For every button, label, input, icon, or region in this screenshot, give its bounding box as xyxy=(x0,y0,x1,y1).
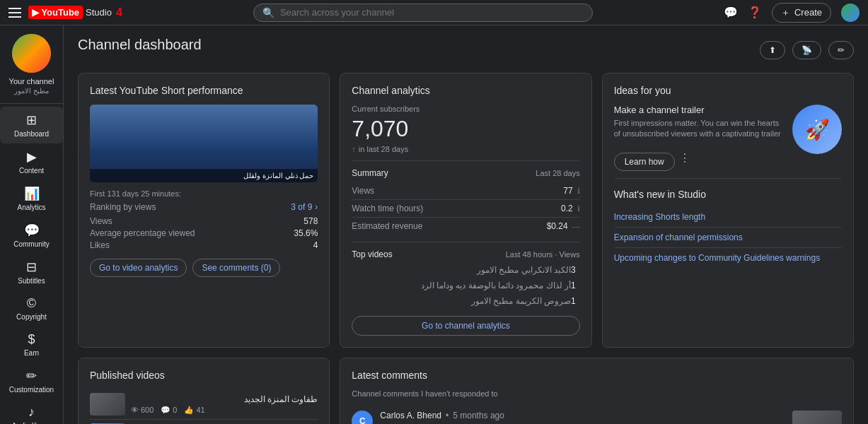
main-content: Channel dashboard ⬆ 📡 ✏ Latest YouTube S… xyxy=(64,0,868,424)
go-to-video-analytics-button[interactable]: Go to video analytics xyxy=(90,259,187,277)
top-video-1-count: 3 xyxy=(571,265,576,275)
sidebar-label-subtitles: Subtitles xyxy=(18,277,45,285)
create-plus-icon: ＋ xyxy=(781,6,790,19)
search-wrap: 🔍 xyxy=(253,4,593,22)
search-input[interactable] xyxy=(280,7,584,18)
sidebar-item-content[interactable]: ▶ Content xyxy=(0,143,63,180)
sidebar-item-audio-library[interactable]: ♪ Audio library xyxy=(0,399,63,424)
comment-1-timestamp: 5 months ago xyxy=(453,411,504,420)
copyright-icon: © xyxy=(27,296,36,311)
metric-views: Views 77 ℹ xyxy=(352,182,579,200)
metric-views-label: Views xyxy=(352,186,374,196)
broadcast-button[interactable]: 📡 xyxy=(792,41,821,59)
comments-icon-1: 💬 xyxy=(161,406,170,415)
views-val-1: 600 xyxy=(141,406,154,414)
audio-icon: ♪ xyxy=(28,405,35,420)
edit-button[interactable]: ✏ xyxy=(828,41,854,59)
upload-button[interactable]: ⬆ xyxy=(760,41,785,59)
subtitles-icon: ⊟ xyxy=(26,259,37,275)
short-avg-row: Average percentage viewed 35.6% xyxy=(90,228,318,238)
whats-new-title: What's new in Studio xyxy=(614,189,842,200)
topbar-left: ▶ YouTube Studio 4 xyxy=(8,6,122,19)
whats-new-section: What's new in Studio Increasing Shorts l… xyxy=(614,189,842,268)
channel-avatar-image xyxy=(12,34,51,73)
see-comments-button[interactable]: See comments (0) xyxy=(192,259,280,277)
comment-1-author-line: Carlos A. Bhend • 5 months ago xyxy=(380,411,785,420)
top-video-2: 1 أر لذاك محمرود دائما بالوصفة ديه وداما… xyxy=(352,278,579,293)
sidebar-label-analytics: Analytics xyxy=(17,204,45,211)
metric-views-info-icon: ℹ xyxy=(577,187,580,196)
channel-analytics-card: Channel analytics Current subscribers 7,… xyxy=(340,73,591,348)
sidebar-item-copyright[interactable]: © Copyright xyxy=(0,290,63,326)
top-video-2-name: أر لذاك محمرود دائما بالوصفة ديه وداما ا… xyxy=(352,281,571,290)
learn-how-button[interactable]: Learn how xyxy=(614,153,675,171)
summary-title: Summary xyxy=(352,168,388,178)
top-video-1: 3 الكبد الانكرابي مطبخ الامور xyxy=(352,262,579,278)
action-buttons: Go to video analytics See comments (0) xyxy=(90,259,318,277)
short-views-row: Views 578 xyxy=(90,216,318,226)
ideas-divider xyxy=(614,178,842,179)
dashboard-icon: ⊞ xyxy=(26,112,37,128)
views-icon-1: 👁 xyxy=(131,406,139,414)
summary-period: Last 28 days xyxy=(536,169,579,177)
likes-icon-1: 👍 xyxy=(184,406,194,415)
comments-subtitle: Channel comments I haven't responded to xyxy=(352,389,842,398)
search-icon: 🔍 xyxy=(262,7,274,18)
avg-pct-val: 35.6% xyxy=(294,228,318,238)
idea-item: Make a channel trailer First impressions… xyxy=(614,105,842,171)
community-icon: 💬 xyxy=(24,223,40,238)
views-label: Views xyxy=(90,216,112,226)
sub-change-text: in last 28 days xyxy=(359,145,408,153)
pub-video-1-stats: 👁 600 💬 0 👍 41 xyxy=(131,406,318,415)
top-video-1-name: الكبد الانكرابي مطبخ الامور xyxy=(352,265,571,275)
sidebar-channel: Your channel مطبخ الامور xyxy=(0,25,63,104)
summary-section: Summary Last 28 days Views 77 ℹ Watch ti… xyxy=(352,168,579,235)
sidebar-item-earn[interactable]: $ Earn xyxy=(0,326,63,363)
more-options-icon[interactable]: ⋮ xyxy=(679,151,690,165)
avg-pct-label: Average percentage viewed xyxy=(90,228,195,238)
short-thumb-text: حمل ذنلي المانزة ولقلل xyxy=(90,169,318,182)
latest-comments-title: Latest comments xyxy=(352,370,842,381)
up-arrow-icon: ↑ xyxy=(352,145,356,153)
news-item-3[interactable]: Upcoming changes to Community Guidelines… xyxy=(614,248,842,268)
short-ranking: Ranking by views 3 of 9 › xyxy=(90,202,318,212)
go-to-channel-analytics-button[interactable]: Go to channel analytics xyxy=(352,316,579,336)
sidebar-item-dashboard[interactable]: ⊞ Dashboard xyxy=(0,107,63,143)
news-item-2[interactable]: Expansion of channel permissions xyxy=(614,228,842,248)
short-likes-row: Likes 4 xyxy=(90,240,318,250)
metric-revenue-label: Estimated revenue xyxy=(352,221,422,231)
create-button[interactable]: ＋ Create xyxy=(772,3,831,23)
channel-avatar[interactable] xyxy=(12,34,51,73)
idea-rocket-icon: 🚀 xyxy=(792,105,842,154)
short-video-thumb[interactable]: حمل ذنلي المانزة ولقلل xyxy=(90,105,318,182)
channel-name: Your channel xyxy=(9,77,54,86)
logo-beta: 4 xyxy=(116,6,122,19)
pub-likes-1: 👍 41 xyxy=(184,406,204,415)
help-icon[interactable]: ❓ xyxy=(748,6,762,19)
top-video-3-name: صروص الكريمة مطبخ الامور xyxy=(352,296,571,306)
sub-change: ↑ in last 28 days xyxy=(352,145,579,153)
hamburger-icon[interactable] xyxy=(8,8,21,18)
comment-1-author: Carlos A. Bhend xyxy=(380,411,441,420)
earn-icon: $ xyxy=(28,332,35,347)
sidebar-item-analytics[interactable]: 📊 Analytics xyxy=(0,180,63,217)
sidebar-item-community[interactable]: 💬 Community xyxy=(0,217,63,254)
chat-icon[interactable]: 💬 xyxy=(724,6,738,19)
idea-card-desc: First impressions matter. You can win th… xyxy=(614,118,787,140)
likes-label: Likes xyxy=(90,240,110,250)
user-avatar[interactable] xyxy=(841,4,860,22)
comment-1-avatar: C xyxy=(352,411,373,424)
news-item-1[interactable]: Increasing Shorts length xyxy=(614,207,842,228)
ranking-chevron-icon: › xyxy=(315,202,318,212)
ranking-value: 3 of 9 › xyxy=(291,202,318,212)
top-videos-title: Top videos xyxy=(352,249,392,259)
topbar-right: 💬 ❓ ＋ Create xyxy=(724,3,860,23)
metric-watchtime-val: 0.2 xyxy=(561,204,573,213)
sidebar-item-subtitles[interactable]: ⊟ Subtitles xyxy=(0,254,63,290)
comment-1: C Carlos A. Bhend • 5 months ago Lo sien… xyxy=(352,405,842,424)
sidebar-item-customization[interactable]: ✏ Customization xyxy=(0,363,63,399)
logo[interactable]: ▶ YouTube Studio 4 xyxy=(28,6,122,19)
latest-short-title: Latest YouTube Short performance xyxy=(90,85,318,96)
pub-video-1-info: طفاوت المنزة الجديد 👁 600 💬 0 xyxy=(131,394,318,415)
page-title: Channel dashboard xyxy=(78,37,202,53)
